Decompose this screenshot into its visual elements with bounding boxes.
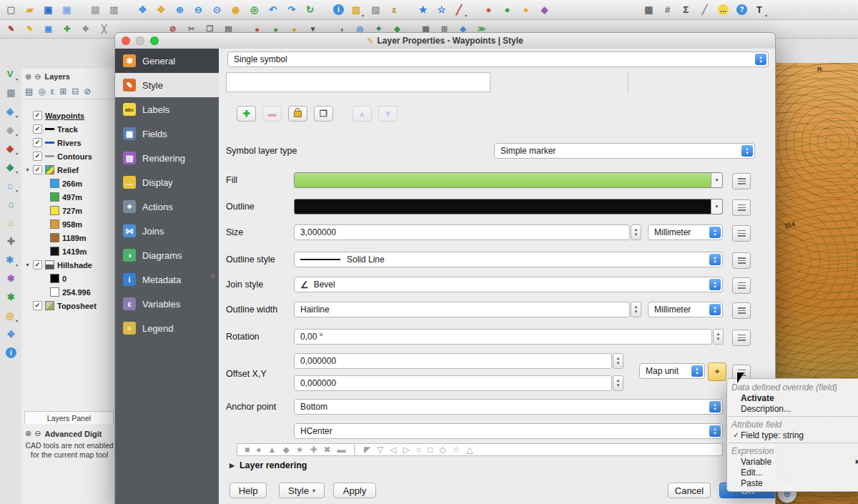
select-features-icon[interactable]: ▧▾ xyxy=(349,2,365,18)
new-project-icon[interactable]: ▢ xyxy=(3,2,19,18)
marker-shape-option[interactable]: ◆ xyxy=(282,445,289,455)
marker-shape-option[interactable]: ◁ xyxy=(390,445,396,455)
tab-style[interactable]: ✎ Style xyxy=(115,73,219,97)
help-button[interactable]: Help xyxy=(230,483,267,498)
tab-legend[interactable]: ≡ Legend xyxy=(115,316,219,340)
marker-shape-option[interactable]: ▽ xyxy=(377,445,383,455)
anchor-horizontal-select[interactable]: HCenter ▲▼ xyxy=(294,423,723,439)
outline-style-data-defined-button[interactable] xyxy=(732,252,751,269)
current-edits-icon[interactable]: ✎ xyxy=(3,21,19,37)
add-symbol-layer-button[interactable]: ✚ xyxy=(237,106,256,122)
join-style-data-defined-button[interactable] xyxy=(732,277,751,294)
size-input[interactable]: 3,000000 xyxy=(294,224,630,240)
close-window-button[interactable] xyxy=(122,36,130,45)
menu-item-paste[interactable]: Paste xyxy=(727,478,858,488)
menu-item-edit[interactable]: Edit... xyxy=(727,467,858,478)
add-wcs-layer-icon[interactable]: ⌂ xyxy=(3,196,19,212)
text-annotation-icon[interactable]: T▾ xyxy=(752,2,768,18)
zoom-full-icon[interactable]: ◉ xyxy=(227,2,243,18)
relief-class-958m[interactable]: 958m xyxy=(21,217,117,231)
apply-button[interactable]: Apply xyxy=(333,483,376,498)
remove-symbol-layer-button[interactable]: ▬ xyxy=(262,106,282,122)
marker-shape-option[interactable]: ☆ xyxy=(453,445,460,455)
tab-joins[interactable]: ⋈ Joins xyxy=(115,219,219,243)
symbol-layers-tree[interactable] xyxy=(226,72,490,92)
layer-contours[interactable]: ✓ Contours xyxy=(21,149,117,163)
pan-map-icon[interactable]: ✥ xyxy=(134,2,150,18)
relief-class-1189m[interactable]: 1189m xyxy=(21,231,117,244)
zoom-in-icon[interactable]: ⊕ xyxy=(172,2,187,18)
renderer-select[interactable]: Single symbol ▲▼ xyxy=(227,51,769,67)
anchor-vertical-select[interactable]: Bottom ▲▼ xyxy=(294,399,723,415)
layer-rivers[interactable]: ✓ Rivers xyxy=(21,136,117,149)
expander-icon[interactable]: ▼ xyxy=(25,262,33,267)
decorations-icon[interactable]: ◆ xyxy=(536,2,552,18)
pan-to-selection-icon[interactable]: ✥ xyxy=(153,2,169,18)
tab-general[interactable]: ✱ General xyxy=(115,49,219,73)
add-delimited-text-icon[interactable]: ✚ xyxy=(3,233,19,249)
cancel-button[interactable]: Cancel xyxy=(668,483,711,498)
add-wms-layer-icon[interactable]: ⌂▾ xyxy=(3,177,19,193)
filter-legend-icon[interactable]: ◎ xyxy=(38,87,45,96)
attributes-table-icon[interactable]: ▦ xyxy=(641,2,656,18)
outline-width-stepper[interactable]: ▲▼ xyxy=(631,302,641,317)
join-style-select[interactable]: ∠ Bevel ▲▼ xyxy=(294,277,723,292)
size-data-defined-button[interactable] xyxy=(732,225,751,242)
map-navigation-icon[interactable]: ✥ xyxy=(3,326,19,342)
collapse-all-icon[interactable]: ⊟ xyxy=(72,87,79,96)
map-tips-icon[interactable]: … xyxy=(715,2,731,18)
offset-unit-select[interactable]: Map unit ▲▼ xyxy=(639,363,705,379)
new-spatialite-icon[interactable]: ✱ xyxy=(3,270,19,286)
outline-width-input[interactable]: Hairline xyxy=(294,302,630,317)
zoom-last-icon[interactable]: ↶ xyxy=(265,2,280,18)
tab-actions[interactable]: ✦ Actions xyxy=(115,194,219,219)
marker-shape-option[interactable]: ◇ xyxy=(439,445,445,455)
marker-shape-option[interactable]: ▷ xyxy=(403,445,410,455)
zoom-next-icon[interactable]: ↷ xyxy=(283,2,299,18)
node-tool-icon[interactable]: ╳ xyxy=(96,21,112,37)
statistics-icon[interactable]: Σ xyxy=(678,2,694,18)
layer-visibility-checkbox[interactable]: ✓ xyxy=(33,138,42,147)
add-wfs-layer-icon[interactable]: ⌂ xyxy=(3,214,19,230)
marker-shape-option[interactable]: △ xyxy=(466,445,473,455)
manage-map-themes-icon[interactable]: ▤ xyxy=(25,87,33,96)
tab-variables[interactable]: ε Variables xyxy=(115,292,219,316)
menu-item-activate[interactable]: Activate xyxy=(727,392,858,403)
labeling-yellow-icon[interactable]: ● xyxy=(518,2,533,18)
size-unit-select[interactable]: Millimeter ▲▼ xyxy=(648,224,723,240)
add-raster-layer-icon[interactable]: ▦ xyxy=(3,84,19,100)
filter-expression-icon[interactable]: ε xyxy=(51,87,54,96)
expander-icon[interactable]: ▼ xyxy=(25,167,33,172)
rotation-stepper[interactable]: ▲▼ xyxy=(713,329,724,345)
zoom-to-selection-icon[interactable]: ◎ xyxy=(246,2,262,18)
layer-visibility-checkbox[interactable]: ✓ xyxy=(33,152,42,161)
layer-relief[interactable]: ▼ ✓ Relief xyxy=(21,163,117,177)
marker-shape-option[interactable]: ▲ xyxy=(268,445,277,455)
marker-shape-option[interactable]: │ xyxy=(352,445,358,455)
marker-shape-option[interactable]: ■ xyxy=(245,445,250,455)
move-symbol-down-button[interactable]: ▼ xyxy=(378,106,398,122)
size-stepper[interactable]: ▲▼ xyxy=(631,224,641,240)
offset-active-override-button[interactable]: ✦ xyxy=(708,362,726,381)
marker-shape-option[interactable]: ○ xyxy=(416,445,421,455)
style-menu-button[interactable]: Style▾ xyxy=(279,483,325,498)
open-project-icon[interactable]: ▰ xyxy=(21,2,37,18)
tab-labels[interactable]: abc Labels xyxy=(115,97,219,122)
tab-fields[interactable]: ▦ Fields xyxy=(115,122,219,146)
offset-y-input[interactable]: 0,000000 xyxy=(294,375,612,391)
zoom-native-icon[interactable]: ⊙ xyxy=(209,2,225,18)
relief-class-1419m[interactable]: 1419m xyxy=(21,244,117,258)
toggle-editing-icon[interactable]: ✎ xyxy=(21,21,37,37)
layer-visibility-checkbox[interactable]: ✓ xyxy=(33,165,42,174)
add-oracle-layer-icon[interactable]: ◈▾ xyxy=(3,159,19,174)
relief-class-266m[interactable]: 266m xyxy=(21,177,117,190)
tab-diagrams[interactable]: ◑ Diagrams xyxy=(115,243,219,267)
move-feature-icon[interactable]: ✥ xyxy=(77,21,93,37)
layer-track[interactable]: ✓ Track xyxy=(21,122,117,136)
hillshade-class-254[interactable]: 254.996 xyxy=(21,285,117,299)
tab-rendering[interactable]: ▧ Rendering xyxy=(115,146,219,170)
labeling-red-icon[interactable]: ● xyxy=(480,2,496,18)
menu-item-variable[interactable]: Variable ▶ xyxy=(727,456,858,467)
float-panel-icon[interactable]: ⊖ xyxy=(34,73,41,81)
layer-waypoints[interactable]: ✓ Waypoints xyxy=(21,109,117,122)
